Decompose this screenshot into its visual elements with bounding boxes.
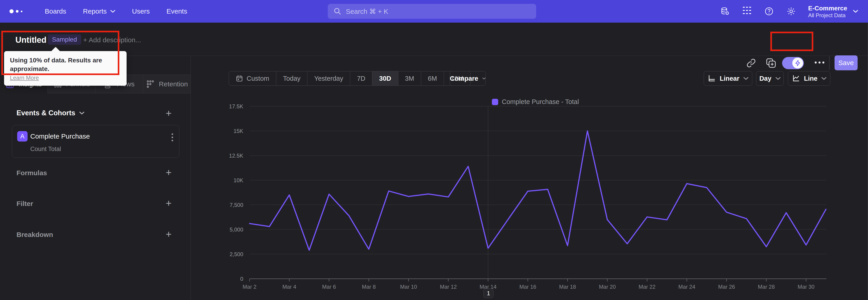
x-axis-label: Mar 30 bbox=[798, 284, 815, 290]
y-axis-label: 5,000 bbox=[230, 227, 243, 233]
x-axis-label: Mar 22 bbox=[639, 284, 655, 290]
y-axis-label: 0 bbox=[240, 276, 243, 282]
tooltip-text: Using 10% of data. Results are approxima… bbox=[10, 56, 121, 73]
y-axis-label: 17.5K bbox=[229, 103, 243, 110]
x-axis-label: Mar 28 bbox=[758, 284, 775, 290]
x-axis-label: Mar 18 bbox=[559, 284, 576, 290]
learn-more-link[interactable]: Learn More bbox=[10, 74, 39, 81]
y-axis-label: 12.5K bbox=[229, 153, 243, 159]
x-axis-label: Mar 12 bbox=[440, 284, 457, 290]
pagination-page-1[interactable]: 1 bbox=[484, 289, 493, 298]
x-axis-label: Mar 20 bbox=[599, 284, 616, 290]
x-axis-label: Mar 4 bbox=[282, 284, 296, 290]
y-axis-label: 2,500 bbox=[230, 251, 243, 257]
x-axis-label: Mar 2 bbox=[243, 284, 256, 290]
x-axis-label: Mar 16 bbox=[520, 284, 536, 290]
line-chart[interactable]: 02,5005,0007,50010K12.5K15K17.5KMar 2Mar… bbox=[0, 0, 868, 300]
x-axis-label: Mar 6 bbox=[322, 284, 336, 290]
sampling-tooltip: Using 10% of data. Results are approxima… bbox=[4, 51, 127, 86]
y-axis-label: 7,500 bbox=[230, 202, 243, 208]
x-axis-label: Mar 10 bbox=[400, 284, 417, 290]
x-axis-label: Mar 8 bbox=[362, 284, 376, 290]
x-axis-label: Mar 26 bbox=[718, 284, 735, 290]
series-complete-purchase-total[interactable] bbox=[250, 131, 826, 250]
y-axis-label: 10K bbox=[234, 177, 243, 183]
x-axis-label: Mar 24 bbox=[678, 284, 695, 290]
y-axis-label: 15K bbox=[234, 128, 243, 134]
